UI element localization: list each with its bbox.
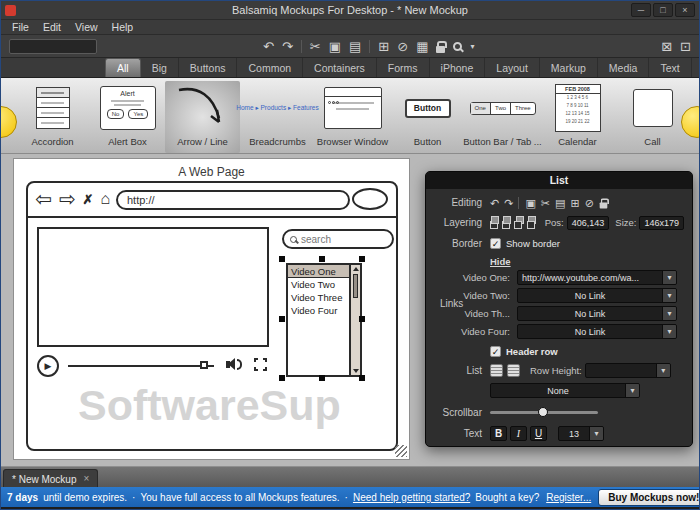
stop-icon[interactable]: ✗: [83, 192, 94, 207]
menu-help[interactable]: Help: [105, 21, 141, 33]
italic-button[interactable]: I: [510, 426, 527, 441]
chevron-down-icon[interactable]: ▾: [662, 307, 676, 321]
video-two-link-dropdown[interactable]: No Link ▾: [517, 288, 677, 303]
library-item-breadcrumbs[interactable]: Home ▸ Products ▸ Features Breadcrumbs: [240, 81, 315, 153]
position-value[interactable]: 406,143: [567, 216, 610, 230]
list-row[interactable]: Video Three: [288, 291, 351, 304]
close-panels-icon[interactable]: ⊠: [661, 38, 672, 55]
bring-to-front-icon[interactable]: [490, 216, 499, 229]
selection-handle[interactable]: [279, 375, 285, 381]
tab-forms[interactable]: Forms: [377, 58, 430, 77]
list-row[interactable]: Video Two: [288, 278, 351, 291]
paste-icon[interactable]: ▤: [349, 38, 361, 55]
mockup-artboard[interactable]: SoftwareSup A Web Page ⇦ ⇨ ✗ ⌂ http:// ▶: [13, 158, 410, 460]
video-one-link-dropdown[interactable]: http://www.youtube.com/wa... ▾: [517, 270, 677, 285]
library-item-accordion[interactable]: Accordion: [15, 81, 90, 153]
slider-thumb[interactable]: [538, 407, 548, 417]
fullscreen-corners-icon[interactable]: [254, 358, 267, 371]
library-item-button-bar[interactable]: One Two Three Button Bar / Tab ...: [465, 81, 540, 153]
maximize-button[interactable]: □: [653, 3, 673, 17]
undo-icon[interactable]: ↶: [490, 196, 499, 210]
font-size-dropdown[interactable]: 13 ▾: [558, 426, 604, 441]
underline-button[interactable]: U: [530, 426, 547, 441]
row-height-dropdown[interactable]: ▾: [585, 363, 671, 378]
delete-icon[interactable]: ⊘: [397, 38, 408, 55]
selection-handle[interactable]: [279, 316, 285, 322]
tab-common[interactable]: Common: [237, 58, 303, 77]
library-item-arrow-line[interactable]: Arrow / Line: [165, 81, 240, 153]
buy-button[interactable]: Buy Mockups now!: [598, 489, 700, 506]
property-inspector-panel[interactable]: List Editing ↶ ↷ ▣ ✂ ▤ ⊞ ⊘ Layering Pos:…: [425, 171, 693, 447]
menu-view[interactable]: View: [68, 21, 105, 33]
send-backward-icon[interactable]: [514, 216, 523, 229]
artboard-resize-handle[interactable]: [395, 445, 407, 457]
forward-arrow-icon[interactable]: ⇨: [59, 189, 76, 209]
selection-handle[interactable]: [319, 256, 325, 262]
redo-icon[interactable]: ↷: [282, 38, 293, 55]
logo-ellipse[interactable]: [352, 188, 388, 210]
selection-handle[interactable]: [359, 256, 365, 262]
selection-handle[interactable]: [279, 256, 285, 262]
send-to-back-icon[interactable]: [527, 216, 536, 229]
library-item-button[interactable]: Button Button: [390, 81, 465, 153]
cut-icon[interactable]: ✂: [541, 196, 550, 210]
help-link[interactable]: Need help getting started?: [353, 492, 470, 503]
tab-containers[interactable]: Containers: [303, 58, 377, 77]
cut-icon[interactable]: ✂: [310, 38, 321, 55]
video-four-link-dropdown[interactable]: No Link ▾: [517, 324, 677, 339]
bold-button[interactable]: B: [490, 426, 507, 441]
library-item-callout[interactable]: Call: [615, 81, 690, 153]
menu-edit[interactable]: Edit: [36, 21, 68, 33]
selection-handle[interactable]: [359, 375, 365, 381]
tab-all[interactable]: All: [105, 58, 141, 77]
chevron-down-icon[interactable]: ▾: [589, 427, 603, 441]
library-item-alert-box[interactable]: Alert No Yes Alert Box: [90, 81, 165, 153]
show-border-checkbox[interactable]: ✓: [490, 238, 501, 249]
home-icon[interactable]: ⌂: [100, 190, 110, 208]
duplicate-icon[interactable]: ⊞: [378, 38, 389, 55]
address-bar[interactable]: http://: [116, 190, 350, 210]
video-list-control[interactable]: Video One Video Two Video Three Video Fo…: [286, 263, 362, 377]
register-link[interactable]: Register...: [546, 492, 591, 503]
paste-icon[interactable]: ▤: [555, 196, 565, 210]
chevron-down-icon[interactable]: ▾: [662, 271, 676, 285]
progress-bar[interactable]: [68, 365, 214, 367]
scroll-up-icon[interactable]: [353, 267, 359, 271]
fullscreen-icon[interactable]: ⊡: [680, 38, 691, 55]
header-row-checkbox[interactable]: ✓: [490, 346, 501, 357]
search-box-control[interactable]: search: [282, 229, 394, 249]
list-row[interactable]: Video Four: [288, 304, 351, 317]
lock-icon[interactable]: [436, 46, 445, 53]
library-item-browser-window[interactable]: Browser Window: [315, 81, 390, 153]
duplicate-icon[interactable]: ⊞: [570, 196, 579, 210]
mockup-title[interactable]: A Web Page: [14, 165, 409, 179]
selection-handle[interactable]: [359, 316, 365, 322]
close-tab-icon[interactable]: ×: [83, 474, 89, 484]
delete-icon[interactable]: ⊘: [585, 196, 594, 210]
scrollbar-slider[interactable]: [490, 411, 598, 414]
scroll-down-icon[interactable]: [353, 369, 359, 373]
play-button[interactable]: ▶: [37, 355, 59, 377]
zoom-menu-arrow-icon[interactable]: ▾: [470, 42, 474, 51]
panel-title[interactable]: List: [426, 172, 692, 189]
copy-icon[interactable]: ▣: [525, 196, 535, 210]
hide-link[interactable]: Hide: [490, 256, 511, 267]
redo-icon[interactable]: ↷: [504, 196, 513, 210]
list-style-plain-icon[interactable]: [490, 364, 503, 377]
tab-big[interactable]: Big: [141, 58, 179, 77]
lock-icon[interactable]: [600, 202, 608, 208]
chevron-down-icon[interactable]: ▾: [662, 325, 676, 339]
list-style-dropdown[interactable]: None ▾: [490, 383, 640, 398]
progress-knob[interactable]: [200, 361, 208, 369]
undo-icon[interactable]: ↶: [263, 38, 274, 55]
document-tab-active[interactable]: * New Mockup ×: [3, 469, 98, 488]
chevron-down-icon[interactable]: ▾: [662, 289, 676, 303]
minimize-button[interactable]: ─: [631, 3, 651, 17]
chevron-down-icon[interactable]: ▾: [625, 384, 639, 398]
zoom-icon[interactable]: [453, 42, 462, 51]
tab-text[interactable]: Text: [649, 58, 691, 77]
chevron-down-icon[interactable]: ▾: [656, 364, 670, 378]
bring-forward-icon[interactable]: [502, 216, 511, 229]
group-icon[interactable]: ▦: [416, 38, 428, 55]
selection-handle[interactable]: [319, 375, 325, 381]
